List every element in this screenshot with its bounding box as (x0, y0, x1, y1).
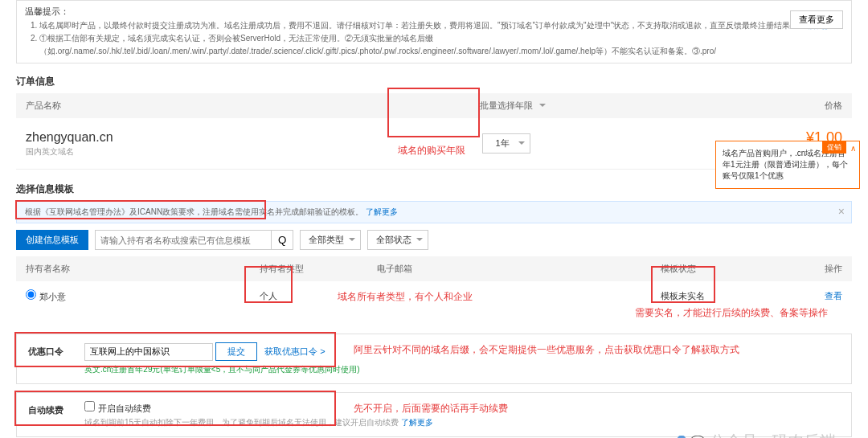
warm-tip-item: ①根据工信部有关规定，域名须完成实名认证，否则会被ServerHold，无法正常… (39, 32, 843, 58)
coupon-label: 优惠口令 (28, 342, 68, 358)
th-status: 模板状态 (651, 256, 784, 281)
annotation-text: 域名所有者类型，有个人和企业 (338, 290, 473, 304)
filter-status-select[interactable]: 全部状态 (367, 230, 428, 250)
warm-tips-box: 温馨提示： 域名属即时产品，以最终付款时提交注册成功为准。域名注册成功后，费用不… (16, 0, 852, 63)
learn-more-link[interactable]: 了解更多 (401, 418, 433, 427)
th-year[interactable]: 批量选择年限 (382, 93, 630, 118)
annotation-text: 需要实名，才能进行后续的续费、备案等操作 (635, 306, 828, 320)
warm-tips-title: 温馨提示： (25, 6, 843, 18)
close-icon[interactable]: × (838, 205, 845, 218)
th-holder-type: 持有者类型 (250, 256, 367, 281)
th-price: 价格 (631, 93, 852, 118)
template-section-title: 选择信息模板 (16, 178, 852, 201)
renew-checkbox-label[interactable]: 开启自动续费 (84, 403, 151, 413)
th-action: 操作 (785, 256, 852, 281)
coupon-submit-button[interactable]: 提交 (215, 342, 257, 361)
th-email: 电子邮箱 (367, 256, 652, 281)
view-action-link[interactable]: 查看 (825, 291, 842, 301)
learn-more-link[interactable]: 了解更多 (366, 207, 398, 216)
view-more-button[interactable]: 查看更多 (790, 10, 843, 29)
coupon-green-text: 英文.cn注册首年29元(单笔订单限量<5，且不与同产品代金券等优惠同时使用) (84, 364, 360, 375)
renew-hint: 域名到期前15天自动扣除下一年费用。为了避免到期后域名无法使用，建议开启自动续费… (84, 417, 433, 428)
th-product: 产品名称 (16, 93, 382, 118)
create-template-button[interactable]: 创建信息模板 (16, 230, 88, 250)
warm-tips-list: 域名属即时产品，以最终付款时提交注册成功为准。域名注册成功后，费用不退回。请仔细… (25, 19, 843, 58)
renew-label: 自动续费 (28, 401, 68, 416)
warm-tip-item: 域名属即时产品，以最终付款时提交注册成功为准。域名注册成功后，费用不退回。请仔细… (39, 19, 843, 32)
close-icon[interactable]: ∧ (850, 143, 856, 154)
order-section-title: 订单信息 (16, 70, 852, 93)
coupon-row: 优惠口令 提交 获取优惠口令 > 英文.cn注册首年29元(单笔订单限量<5，且… (16, 334, 852, 384)
get-coupon-link[interactable]: 获取优惠口令 > (264, 346, 325, 356)
template-radio[interactable] (26, 289, 36, 300)
th-holder-name: 持有者名称 (16, 256, 250, 281)
renew-checkbox[interactable] (84, 401, 95, 411)
coupon-input[interactable] (84, 343, 213, 361)
annotation-text: 域名的购买年限 (398, 144, 465, 158)
domain-desc: 国内英文域名 (26, 146, 372, 158)
holder-name: 郑小意 (39, 292, 66, 301)
year-select[interactable]: 1年 (482, 133, 530, 154)
template-search-input[interactable] (95, 230, 272, 250)
promo-badge: 促销 (822, 141, 846, 154)
domain-name: zhengyquan.cn (26, 130, 372, 145)
filter-type-select[interactable]: 全部类型 (300, 230, 361, 250)
annotation-text: 先不开启，后面需要的话再手动续费 (354, 402, 508, 415)
search-button[interactable]: Q (272, 230, 293, 250)
template-notice: 根据《互联网域名管理办法》及ICANN政策要求，注册域名需使用实名并完成邮箱验证… (16, 201, 852, 223)
annotation-text: 阿里云针对不同的域名后缀，会不定期提供一些优惠服务，点击获取优惠口令了解获取方式 (354, 343, 739, 357)
